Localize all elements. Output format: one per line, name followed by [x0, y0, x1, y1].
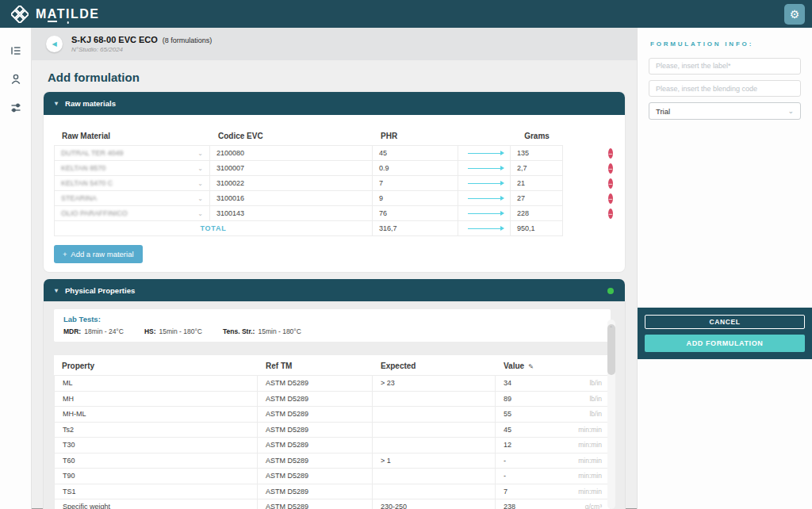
cancel-button[interactable]: CANCEL [645, 315, 805, 329]
remove-row-icon[interactable]: − [608, 178, 613, 189]
remove-row-icon[interactable]: − [608, 163, 613, 174]
scrollbar-thumb[interactable] [607, 324, 615, 375]
physical-properties-header[interactable]: ▾ Physical Properties [44, 279, 625, 302]
property-row: Ts2 ASTM D5289 45min:min [54, 423, 611, 438]
raw-material-select[interactable]: OLIO PARAFFINICO ⌄ [54, 205, 210, 221]
raw-materials-card: ▾ Raw materials Raw Material Codice EVC … [44, 92, 625, 272]
expected-value: 230-250 [373, 499, 496, 509]
raw-material-select[interactable]: KELTAN 8570 ⌄ [54, 160, 210, 176]
raw-material-select[interactable]: DUTRAL TER 4049 ⌄ [54, 145, 210, 161]
physical-properties-table-header: Property Ref TM Expected Value✎ [54, 355, 611, 376]
property-name: MH [54, 391, 258, 408]
raw-material-name: KELTAN 5470 C [61, 179, 113, 187]
total-phr: 316,7 [373, 221, 458, 236]
raw-material-name: DUTRAL TER 4049 [61, 149, 124, 157]
chevron-down-icon: ⌄ [197, 180, 203, 187]
chevron-down-icon: ⌄ [197, 150, 203, 157]
remove-row-icon[interactable]: − [608, 148, 613, 159]
main-content: ◀ S-KJ 68-00 EVC ECO(8 formulations) N°S… [32, 28, 637, 509]
col-value: Value✎ [496, 362, 611, 370]
ref-tm-value: ASTM D5289 [258, 453, 373, 469]
sidebar-item-settings[interactable] [7, 99, 25, 117]
remove-row-icon[interactable]: − [608, 193, 613, 204]
physical-properties-title: Physical Properties [65, 286, 135, 295]
phr-input[interactable]: 76 [373, 205, 458, 221]
lab-tests-bar: Lab Tests: MDR:18min - 24°C HS:15min - 1… [54, 309, 611, 342]
value-cell[interactable]: 34lb/in [496, 375, 611, 392]
col-grams: Grams [511, 132, 563, 140]
person-icon [10, 73, 22, 86]
value-cell[interactable]: 238g/cm³ [496, 499, 611, 509]
phr-input[interactable]: 7 [373, 175, 458, 191]
formulation-info-title: FORMULATION INFO: [650, 40, 801, 48]
sidebar-item-profile[interactable] [7, 71, 25, 88]
value-cell[interactable]: 7min:min [496, 484, 611, 500]
ref-tm-value: ASTM D5289 [258, 391, 373, 408]
gear-icon[interactable]: ⚙ [784, 4, 805, 25]
value-cell[interactable]: 55lb/in [496, 406, 611, 423]
scrollbar[interactable] [607, 320, 615, 509]
brand-logo: MATILDE [11, 6, 99, 23]
back-button[interactable]: ◀ [46, 36, 63, 52]
property-row: TS1 ASTM D5289 7min:min [54, 484, 611, 500]
value-cell[interactable]: -min:min [496, 453, 611, 469]
ref-tm-value: ASTM D5289 [258, 499, 373, 509]
lab-tests-title: Lab Tests: [63, 315, 601, 323]
arrow-right-icon [468, 198, 501, 199]
lab-test-item: HS:15min - 180°C [144, 327, 202, 335]
study-title: S-KJ 68-00 EVC ECO [71, 35, 158, 44]
chevron-down-icon: ⌄ [197, 165, 203, 172]
codice-evc-value: 3100143 [210, 205, 373, 221]
expected-value [373, 468, 496, 484]
blending-code-input[interactable] [649, 80, 801, 97]
caret-down-icon: ▾ [55, 100, 58, 107]
raw-material-select[interactable]: KELTAN 5470 C ⌄ [54, 175, 210, 191]
unit-label: g/cm³ [585, 503, 602, 509]
add-raw-material-button[interactable]: + Add a raw material [54, 245, 143, 263]
left-sidebar [0, 28, 32, 509]
plus-icon: + [63, 250, 67, 258]
phr-input[interactable]: 45 [373, 145, 458, 161]
phr-input[interactable]: 0.9 [373, 160, 458, 176]
back-icon: ◀ [52, 40, 56, 48]
knot-logo-icon [11, 6, 29, 23]
unit-label: lb/in [589, 410, 602, 418]
property-row: T30 ASTM D5289 12min:min [54, 438, 611, 454]
chevron-down-icon: ⌄ [197, 210, 203, 217]
raw-materials-header[interactable]: ▾ Raw materials [44, 92, 625, 115]
lab-tests-items: MDR:18min - 24°C HS:15min - 180°C Tens. … [63, 327, 601, 335]
status-dot-green [607, 288, 614, 294]
arrow-right-icon [468, 213, 501, 214]
label-input[interactable] [649, 58, 801, 75]
expected-value [373, 406, 496, 423]
add-formulation-button[interactable]: ADD FORMULATION [645, 335, 805, 352]
property-row: T60 ASTM D5289 > 1 -min:min [54, 454, 611, 469]
property-name: TS1 [54, 484, 258, 500]
physical-properties-table: Property Ref TM Expected Value✎ ML [54, 355, 611, 509]
ref-tm-value: ASTM D5289 [258, 375, 373, 392]
value-cell[interactable]: 45min:min [496, 422, 611, 438]
pencil-icon: ✎ [528, 363, 534, 370]
raw-materials-table-header: Raw Material Codice EVC PHR Grams [54, 125, 615, 146]
raw-materials-title: Raw materials [65, 99, 116, 108]
raw-material-row: OLIO PARAFFINICO ⌄ 3100143 76 228 − [54, 206, 615, 221]
raw-material-select[interactable]: STEARINA ⌄ [54, 190, 210, 206]
expected-value: > 23 [373, 375, 496, 392]
col-property: Property [54, 362, 258, 370]
value-cell[interactable]: 12min:min [496, 437, 611, 454]
type-select[interactable]: Trial ⌄ [649, 102, 801, 120]
phr-input[interactable]: 9 [373, 190, 458, 206]
conversion-arrow-cell [458, 175, 511, 191]
remove-row-icon[interactable]: − [608, 209, 613, 219]
ref-tm-value: ASTM D5289 [258, 437, 373, 454]
value-cell[interactable]: 89lb/in [496, 391, 611, 408]
value-cell[interactable]: -min:min [496, 468, 611, 484]
ref-tm-value: ASTM D5289 [258, 468, 373, 484]
ref-tm-value: ASTM D5289 [258, 484, 373, 500]
col-phr: PHR [373, 132, 458, 140]
conversion-arrow-cell [458, 190, 511, 206]
codice-evc-value: 3100007 [210, 160, 373, 176]
ref-tm-value: ASTM D5289 [258, 422, 373, 438]
sidebar-item-formulations-list[interactable] [7, 42, 25, 59]
grams-value: 27 [511, 190, 563, 206]
